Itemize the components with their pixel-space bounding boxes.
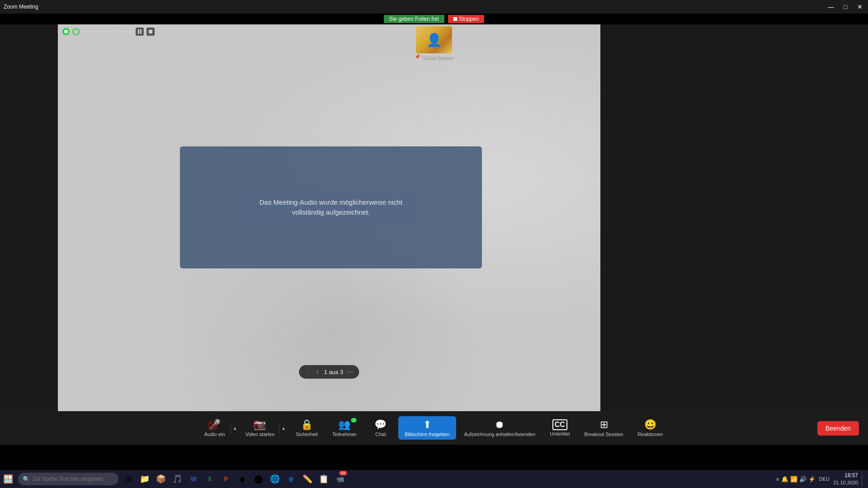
tray-notification[interactable]: 🔔 bbox=[781, 476, 788, 483]
tray-network[interactable]: 📶 bbox=[790, 476, 797, 483]
stop-icon bbox=[149, 30, 152, 33]
reactions-button[interactable]: 😀 Reaktionen bbox=[632, 416, 670, 440]
taskbar-app-explorer[interactable]: 📁 bbox=[137, 470, 153, 488]
recording-circle bbox=[72, 28, 80, 35]
maximize-button[interactable]: □ bbox=[841, 3, 850, 10]
taskbar-app-clipboard[interactable]: 📋 bbox=[316, 470, 332, 488]
reactions-icon: 😀 bbox=[644, 419, 656, 431]
participants-button[interactable]: 👥 Teilnehmer 1 bbox=[326, 416, 363, 440]
stop-sharing-button[interactable]: Stoppen bbox=[448, 15, 485, 23]
participant-name: Tobias Becker bbox=[422, 54, 453, 60]
right-sidebar bbox=[600, 24, 868, 411]
bottom-toolbar: 🎤⃠ Audio ein ▲ 📷⃠ Video starten ▲ 🔒 bbox=[0, 411, 868, 445]
video-caret-button[interactable]: ▲ bbox=[279, 423, 288, 433]
window-title: Zoom Meeting bbox=[4, 4, 38, 10]
taskbar-app-package[interactable]: 📦 bbox=[153, 470, 169, 488]
slide-more-button[interactable]: ··· bbox=[347, 368, 353, 376]
audio-caret-button[interactable]: ▲ bbox=[231, 423, 239, 433]
tray-icons: ∧ 🔔 📶 🔊 ⚡ bbox=[776, 476, 816, 483]
tray-volume[interactable]: 🔊 bbox=[799, 476, 807, 483]
tray-up-arrow[interactable]: ∧ bbox=[776, 476, 779, 482]
participant-thumbnail: 👤 📌 Tobias Becker bbox=[415, 26, 453, 60]
title-bar: Zoom Meeting — □ ✕ bbox=[0, 0, 868, 14]
record-icon: ⏺ bbox=[495, 419, 505, 431]
chat-label: Chat bbox=[375, 432, 386, 437]
taskbar-search[interactable]: 🔍 bbox=[18, 473, 118, 485]
cc-button[interactable]: CC Untertitel bbox=[543, 417, 576, 439]
recording-bar: Aufzeichnung lauft ... bbox=[58, 24, 159, 39]
share-icon: ⬆ bbox=[423, 419, 431, 431]
taskbar-app-excel[interactable]: X bbox=[202, 470, 218, 488]
search-icon: 🔍 bbox=[23, 476, 30, 483]
main-content: Aufzeichnung lauft ... Das Meeting-Audio… bbox=[0, 24, 868, 445]
slide-modal: Das Meeting-Audio wurde möglicherweise n… bbox=[180, 146, 482, 268]
security-label: Sicherheit bbox=[296, 432, 318, 437]
search-input[interactable] bbox=[33, 476, 114, 482]
participants-icon: 👥 bbox=[338, 419, 350, 431]
taskbar-app-word[interactable]: W bbox=[185, 470, 202, 488]
participant-video: 👤 bbox=[416, 26, 452, 53]
breakout-button[interactable]: ⊞ Breakout Session bbox=[578, 416, 629, 440]
share-label: Bildschirm freigeben bbox=[405, 432, 450, 437]
close-button[interactable]: ✕ bbox=[855, 3, 864, 10]
security-icon: 🔒 bbox=[301, 419, 313, 431]
sharing-topbar: Sie geben Folien frei Stoppen bbox=[0, 14, 868, 24]
participants-count: 1 bbox=[351, 418, 357, 422]
breakout-icon: ⊞ bbox=[600, 419, 608, 431]
slide-message-box: Das Meeting-Audio wurde möglicherweise n… bbox=[245, 188, 417, 227]
show-desktop-button[interactable] bbox=[862, 471, 864, 487]
share-screen-button[interactable]: ⬆ Bildschirm freigeben bbox=[398, 416, 456, 440]
record-button[interactable]: ⏺ Aufzeichnung anhalten/beenden bbox=[458, 416, 542, 440]
video-button-group: 📷⃠ Video starten ▲ bbox=[241, 416, 288, 440]
recording-stop-button[interactable] bbox=[146, 28, 155, 36]
participants-label: Teilnehmer bbox=[332, 432, 357, 437]
reactions-label: Reaktionen bbox=[638, 432, 663, 437]
minimize-button[interactable]: — bbox=[826, 3, 835, 10]
tray-power[interactable]: ⚡ bbox=[808, 476, 816, 483]
chat-icon: 💬 bbox=[374, 419, 387, 431]
audio-label: Audio ein bbox=[204, 432, 225, 437]
task-view-button[interactable]: ⊞ bbox=[120, 470, 137, 488]
recording-indicator bbox=[62, 28, 70, 35]
windows-taskbar: 🪟 🔍 ⊞ 📁 📦 🎵 W X P ◆ ⬤ 🌐 e ✏️ 📋 📹 69 ∧ 🔔 … bbox=[0, 470, 868, 488]
system-tray: ∧ 🔔 📶 🔊 ⚡ DEU 18:57 21.10.2020 bbox=[776, 471, 868, 487]
prev-slide-button[interactable]: ‹ bbox=[305, 367, 311, 376]
recording-text: Aufzeichnung lauft ... bbox=[82, 28, 133, 35]
taskbar-app-sketch[interactable]: ✏️ bbox=[299, 470, 316, 488]
start-button[interactable]: 🪟 bbox=[0, 470, 16, 488]
taskbar-clock[interactable]: 18:57 21.10.2020 bbox=[833, 472, 858, 486]
sharing-banner: Sie geben Folien frei Stoppen bbox=[384, 15, 485, 23]
taskbar-app-edge[interactable]: e bbox=[283, 470, 299, 488]
end-meeting-button[interactable]: Beenden bbox=[817, 421, 859, 436]
audio-button-group: 🎤⃠ Audio ein ▲ bbox=[199, 416, 239, 440]
language-indicator: DEU bbox=[819, 476, 830, 482]
next-slide-button[interactable]: › bbox=[315, 367, 321, 376]
recording-pause-button[interactable] bbox=[136, 28, 144, 36]
taskbar-app-zoom[interactable]: 📹 69 bbox=[332, 470, 348, 488]
video-label: Video starten bbox=[245, 432, 275, 437]
slide-navigation: ‹ › 1 aus 3 ··· bbox=[299, 365, 359, 379]
window-controls: — □ ✕ bbox=[826, 3, 864, 10]
record-label: Aufzeichnung anhalten/beenden bbox=[464, 432, 536, 437]
taskbar-app-powerpoint[interactable]: P bbox=[218, 470, 234, 488]
audio-icon: 🎤⃠ bbox=[208, 419, 221, 431]
cc-icon: CC bbox=[552, 419, 567, 430]
breakout-label: Breakout Session bbox=[584, 432, 623, 437]
security-button[interactable]: 🔒 Sicherheit bbox=[289, 416, 324, 440]
taskbar-app-music[interactable]: 🎵 bbox=[169, 470, 185, 488]
presentation-area: Aufzeichnung lauft ... Das Meeting-Audio… bbox=[58, 24, 600, 411]
taskbar-app-browser[interactable]: 🌐 bbox=[267, 470, 283, 488]
video-icon: 📷⃠ bbox=[254, 419, 266, 431]
stop-icon bbox=[453, 17, 457, 21]
chat-button[interactable]: 💬 Chat bbox=[365, 416, 396, 440]
participant-pin-icon: 📌 bbox=[415, 54, 420, 59]
taskbar-app-circle[interactable]: ⬤ bbox=[250, 470, 267, 488]
taskbar-app-diamond[interactable]: ◆ bbox=[234, 470, 250, 488]
audio-button[interactable]: 🎤⃠ Audio ein bbox=[199, 416, 231, 440]
recording-dot bbox=[64, 30, 68, 33]
sharing-label: Sie geben Folien frei bbox=[384, 15, 444, 23]
left-sidebar bbox=[0, 24, 58, 411]
cc-label: Untertitel bbox=[550, 431, 570, 436]
pause-icon bbox=[138, 29, 142, 34]
video-button[interactable]: 📷⃠ Video starten bbox=[241, 416, 279, 440]
